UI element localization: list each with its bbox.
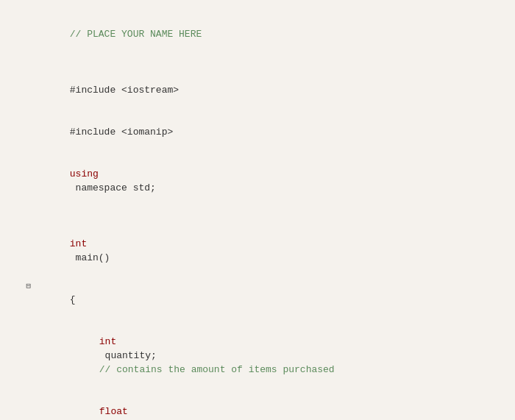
line-content-8: { xyxy=(35,279,500,321)
line-content-3: #include <iostream> xyxy=(35,69,500,111)
namespace-text: namespace std; xyxy=(70,182,156,193)
line-7: int main() xyxy=(15,223,500,279)
keyword-using: using xyxy=(70,168,99,179)
var-quantity: quantity; xyxy=(99,350,191,361)
line-2 xyxy=(15,55,500,69)
keyword-int2: int xyxy=(99,336,116,347)
main-text: main() xyxy=(70,252,110,263)
line-content-4: #include <iomanip> xyxy=(35,111,500,153)
line-5: using namespace std; xyxy=(15,153,500,209)
comment-quantity: // contains the amount of items purchase… xyxy=(99,364,335,375)
brace-open: { xyxy=(70,294,76,305)
line-6 xyxy=(15,209,500,223)
keyword-int: int xyxy=(70,238,87,249)
line-content-5: using namespace std; xyxy=(35,153,500,209)
line-content-1: // PLACE YOUR NAME HERE xyxy=(35,13,500,55)
line-3: #include <iostream> xyxy=(15,69,500,111)
preprocessor-2: #include <iomanip> xyxy=(70,127,173,138)
line-content-9: int quantity; // contains the amount of … xyxy=(35,321,500,391)
comment-text: // PLACE YOUR NAME HERE xyxy=(70,29,202,40)
keyword-float1: float xyxy=(99,406,128,417)
line-9: int quantity; // contains the amount of … xyxy=(15,321,500,391)
line-1: // PLACE YOUR NAME HERE xyxy=(15,13,500,55)
collapse-icon[interactable]: ⊟ xyxy=(26,280,31,293)
preprocessor-1: #include <iostream> xyxy=(70,85,179,96)
line-10: float itemPrice; // contains the price o… xyxy=(15,391,500,420)
line-content-10: float itemPrice; // contains the price o… xyxy=(35,391,500,420)
line-4: #include <iomanip> xyxy=(15,111,500,153)
gutter-8[interactable]: ⊟ xyxy=(15,280,35,293)
code-editor[interactable]: // PLACE YOUR NAME HERE #include <iostre… xyxy=(0,0,515,420)
line-8: ⊟ { xyxy=(15,279,500,321)
line-content-7: int main() xyxy=(35,223,500,279)
